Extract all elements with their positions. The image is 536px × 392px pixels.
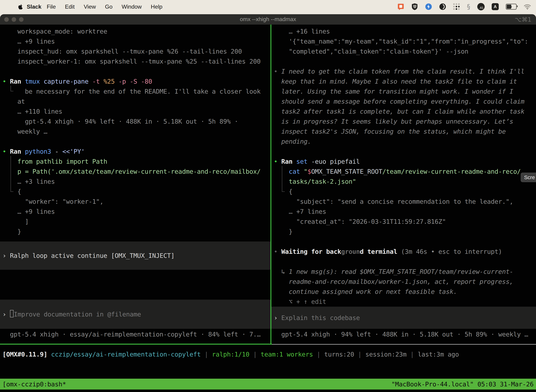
coin-badge-icon[interactable]: ..61 (477, 3, 485, 10)
crescent-icon[interactable] (439, 3, 446, 10)
shield-grid-icon[interactable] (411, 3, 418, 10)
text-cursor (10, 310, 14, 317)
menu-item-go[interactable]: Go (105, 4, 113, 10)
menu-item-file[interactable]: File (47, 4, 56, 10)
command-output-rule (282, 166, 285, 192)
sync-bolt-icon[interactable] (425, 3, 432, 10)
hud-pane: [OMX#0.11.9] cczip/essay/ai-reimplementa… (0, 344, 536, 379)
composer-placeholder: Improve documentation in @filename (14, 311, 141, 318)
left-session-status: gpt-5.4 xhigh · essay/ai-reimplementatio… (2, 329, 261, 339)
menu-item-edit[interactable]: Edit (65, 4, 75, 10)
left-transcript: workspace_mode: worktree … +9 lines insp… (2, 26, 270, 237)
pane-worker-2[interactable]: … +16 lines '{"team_name":"my-team","tas… (271, 25, 536, 344)
left-composer[interactable]: › Improve documentation in @filename (0, 300, 270, 329)
window-shortcut-badge: ⌥⌘1 (515, 16, 531, 23)
screen: Slack File Edit View Go Window Help (0, 0, 536, 392)
hook-icon[interactable]: § (467, 3, 470, 10)
left-input-box[interactable]: › Ralph loop active continue [OMX_TMUX_I… (0, 242, 270, 270)
command-output-rule (10, 86, 13, 91)
apple-menu-icon[interactable] (18, 4, 23, 10)
wifi-icon[interactable] (524, 3, 531, 10)
right-session-status: gpt-5.4 xhigh · 94% left · 488K in · 5.1… (274, 329, 528, 339)
menu-bar-status-icons: § ..61 A (397, 3, 531, 10)
window-title: omx --xhigh --madmax (240, 16, 296, 23)
tmux-session-label[interactable]: [omx-cczip0:bash* (2, 381, 66, 388)
close-button[interactable] (4, 17, 9, 22)
right-composer-placeholder: › Explain this codebase (274, 314, 360, 321)
minimize-button[interactable] (12, 17, 16, 22)
menu-bar: Slack File Edit View Go Window Help (0, 0, 536, 13)
chat-badge-icon[interactable] (397, 3, 404, 10)
hud-status-line: [OMX#0.11.9] cczip/essay/ai-reimplementa… (2, 349, 459, 359)
battery-icon[interactable] (506, 4, 517, 10)
traffic-lights (4, 17, 24, 22)
menu-item-app[interactable]: Slack (27, 4, 42, 10)
menu-item-window[interactable]: Window (122, 4, 142, 10)
prompt-chevron: › (2, 311, 10, 318)
zoom-button[interactable] (19, 17, 24, 22)
left-input-text: › Ralph loop active continue [OMX_TMUX_I… (2, 252, 175, 259)
window-titlebar-area: omx --xhigh --madmax ⌥⌘1 (0, 13, 536, 25)
dots-grid-icon[interactable] (453, 3, 460, 10)
window-titlebar[interactable]: omx --xhigh --madmax ⌥⌘1 (0, 14, 536, 25)
screenshot-tooltip[interactable]: Scre (521, 173, 536, 182)
pane-divider[interactable] (270, 25, 271, 344)
right-composer[interactable]: › Explain this codebase (271, 307, 536, 329)
terminal-window: workspace_mode: worktree … +9 lines insp… (0, 25, 536, 392)
tmux-status-bar: [omx-cczip0:bash* "MacBook-Pro-44.local"… (0, 379, 536, 390)
command-output-rule (10, 156, 13, 192)
menu-item-help[interactable]: Help (151, 4, 163, 10)
pane-worker[interactable]: workspace_mode: worktree … +9 lines insp… (0, 25, 270, 344)
right-transcript: … +16 lines '{"team_name":"my-team","tas… (274, 26, 536, 307)
keyboard-layout-icon[interactable]: A (492, 3, 499, 10)
tmux-host-clock-label: "MacBook-Pro-44.local" 05:03 31-Mar-26 (392, 381, 534, 388)
menu-item-view[interactable]: View (84, 4, 96, 10)
